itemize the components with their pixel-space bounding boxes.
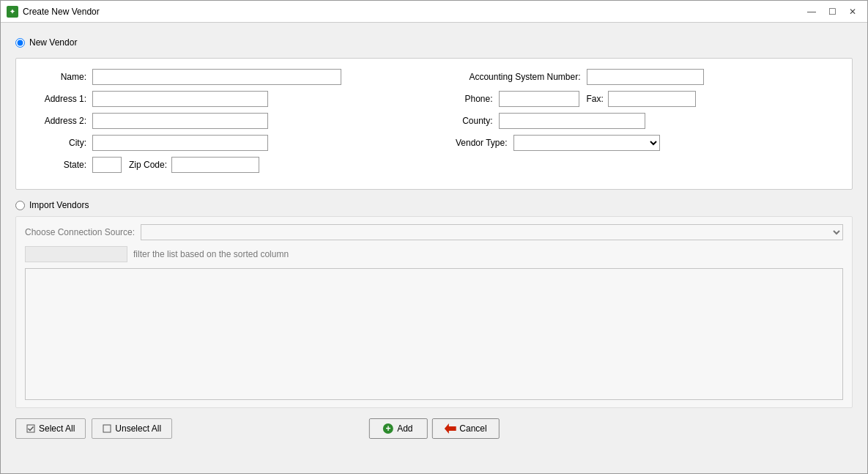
main-content: New Vendor Name: Address 1: Address 2: (1, 23, 867, 473)
cancel-icon (444, 423, 456, 434)
name-input[interactable] (92, 69, 341, 85)
phone-label: Phone: (449, 94, 493, 104)
acct-label: Accounting System Number: (449, 72, 581, 82)
connection-label: Choose Connection Source: (25, 227, 135, 237)
main-window: ✦ Create New Vendor — ☐ ✕ New Vendor Nam… (0, 0, 868, 474)
connection-row: Choose Connection Source: (25, 224, 843, 240)
address1-label: Address 1: (28, 94, 86, 104)
phone-fax-row: Phone: Fax: (449, 91, 841, 107)
fax-label: Fax: (587, 94, 604, 104)
window-controls: — ☐ ✕ (803, 4, 861, 19)
select-all-button[interactable]: Select All (15, 418, 86, 439)
import-vendors-radio[interactable] (15, 201, 25, 210)
titlebar: ✦ Create New Vendor — ☐ ✕ (1, 1, 867, 23)
address1-input[interactable] (92, 91, 268, 107)
import-section: Import Vendors Choose Connection Source:… (15, 200, 853, 408)
new-vendor-radio-label[interactable]: New Vendor (15, 37, 853, 48)
app-icon: ✦ (7, 6, 18, 18)
state-zip-row: State: Zip Code: (28, 157, 405, 173)
svg-marker-2 (444, 423, 456, 434)
add-icon: + (383, 423, 393, 434)
county-row: County: (449, 113, 841, 129)
acct-row: Accounting System Number: (449, 69, 841, 85)
zip-label: Zip Code: (129, 160, 167, 170)
window-title: Create New Vendor (23, 7, 803, 17)
close-button[interactable]: ✕ (844, 4, 861, 19)
minimize-button[interactable]: — (803, 4, 820, 19)
unselect-all-button[interactable]: Unselect All (92, 418, 172, 439)
bottom-bar: Select All Unselect All + Add (15, 418, 853, 439)
address2-label: Address 2: (28, 116, 86, 126)
vendor-type-label: Vendor Type: (449, 138, 508, 148)
city-label: City: (28, 138, 86, 148)
import-vendors-box: Choose Connection Source: filter the lis… (15, 216, 853, 408)
new-vendor-form-box: Name: Address 1: Address 2: City: (15, 58, 853, 190)
new-vendor-label: New Vendor (29, 37, 77, 48)
new-vendor-radio[interactable] (15, 38, 25, 48)
county-label: County: (449, 116, 493, 126)
maximize-button[interactable]: ☐ (823, 4, 841, 19)
import-vendors-label: Import Vendors (29, 200, 89, 210)
county-input[interactable] (499, 113, 645, 129)
address2-row: Address 2: (28, 113, 405, 129)
filter-input[interactable] (25, 246, 127, 262)
vendor-list[interactable] (25, 268, 843, 400)
filter-hint: filter the list based on the sorted colu… (133, 249, 289, 259)
address1-row: Address 1: (28, 91, 405, 107)
name-row: Name: (28, 69, 405, 85)
form-grid: Name: Address 1: Address 2: City: (28, 69, 840, 179)
fax-input[interactable] (608, 91, 696, 107)
cancel-button[interactable]: Cancel (431, 418, 499, 439)
bottom-center-buttons: + Add Cancel (368, 418, 499, 439)
city-row: City: (28, 135, 405, 151)
form-left-column: Name: Address 1: Address 2: City: (28, 69, 434, 179)
import-vendors-radio-label[interactable]: Import Vendors (15, 200, 853, 210)
unselect-all-icon (103, 424, 111, 433)
vendor-type-select[interactable] (513, 135, 660, 151)
zip-input[interactable] (171, 157, 259, 173)
address2-input[interactable] (92, 113, 268, 129)
svg-rect-0 (27, 425, 34, 432)
name-label: Name: (28, 72, 86, 82)
svg-rect-1 (103, 425, 111, 432)
state-input[interactable] (92, 157, 122, 173)
select-all-icon (26, 424, 35, 433)
form-right-column: Accounting System Number: Phone: Fax: Co… (434, 69, 841, 179)
city-input[interactable] (92, 135, 268, 151)
state-label: State: (28, 160, 86, 170)
vendor-type-row: Vendor Type: (449, 135, 841, 151)
add-button[interactable]: + Add (368, 418, 427, 439)
filter-row: filter the list based on the sorted colu… (25, 246, 843, 262)
acct-input[interactable] (587, 69, 704, 85)
connection-select[interactable] (141, 224, 843, 240)
bottom-left-buttons: Select All Unselect All (15, 418, 172, 439)
phone-input[interactable] (499, 91, 579, 107)
